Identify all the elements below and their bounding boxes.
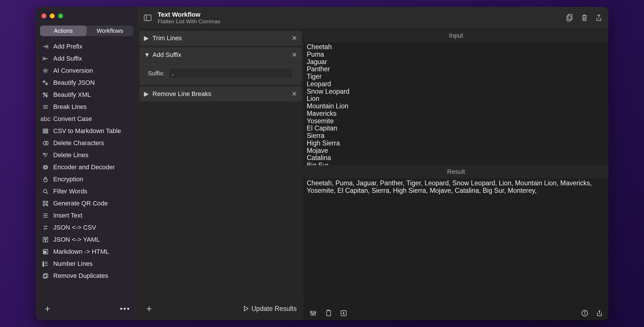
duplicate-button[interactable]: [566, 14, 573, 22]
tab-actions[interactable]: Actions: [40, 26, 87, 36]
swap-icon: [42, 224, 49, 231]
disclosure-icon: ▶: [144, 90, 149, 98]
update-results-button[interactable]: Update Results: [243, 305, 297, 313]
svg-text:Y: Y: [44, 238, 47, 242]
step-header[interactable]: ▶Trim Lines✕: [139, 31, 302, 46]
action-item-csv-to-markdown-table[interactable]: CSV to Markdown Table: [39, 125, 135, 137]
svg-text:M: M: [44, 250, 46, 254]
disclosure-icon: ▼: [144, 51, 149, 59]
action-item-delete-characters[interactable]: Delete Characters: [39, 137, 135, 149]
remove-step-button[interactable]: ✕: [291, 90, 297, 98]
sparkles-icon: [42, 79, 49, 86]
svg-point-4: [45, 70, 46, 72]
svg-rect-54: [567, 16, 571, 21]
step-header[interactable]: ▶Remove Line Breaks✕: [139, 86, 302, 101]
action-item-json-yaml[interactable]: YJSON <-> YAML: [39, 234, 135, 246]
svg-rect-29: [43, 201, 45, 203]
svg-rect-33: [47, 205, 48, 206]
backspace-icon: [42, 140, 49, 147]
info-icon[interactable]: [581, 310, 588, 317]
svg-point-62: [313, 314, 314, 315]
share-button[interactable]: [596, 14, 602, 22]
action-label: Beautify XML: [53, 91, 91, 99]
duplicate-icon: [42, 272, 49, 279]
svg-point-19: [43, 153, 44, 154]
content: ▶Trim Lines✕▼Add Suffix✕Suffix:▶Remove L…: [138, 29, 608, 320]
io-footer: [304, 306, 608, 320]
copy-icon[interactable]: [325, 310, 331, 317]
arrow-left-bar-icon: [42, 55, 49, 62]
svg-rect-21: [45, 166, 46, 168]
add-action-button[interactable]: ＋: [43, 302, 52, 315]
filter-lines-icon: [42, 152, 49, 159]
action-item-beautify-xml[interactable]: Beautify XML: [39, 89, 135, 101]
suffix-input[interactable]: [169, 68, 293, 78]
action-item-number-lines[interactable]: 123Number Lines: [39, 258, 135, 270]
lines-icon: [42, 103, 49, 110]
tab-workflows[interactable]: Workflows: [87, 26, 133, 36]
action-item-break-lines[interactable]: Break Lines: [39, 101, 135, 113]
action-label: Delete Lines: [53, 151, 88, 159]
action-item-add-suffix[interactable]: Add Suffix: [39, 53, 135, 65]
step-title: Add Suffix: [153, 51, 181, 59]
svg-rect-9: [43, 129, 48, 133]
action-label: CSV to Markdown Table: [53, 127, 121, 135]
sidebar: Actions Workflows Add PrefixAdd SuffixAI…: [36, 7, 138, 320]
action-item-ai-conversion[interactable]: AI Conversion: [39, 65, 135, 77]
delete-button[interactable]: [581, 14, 588, 22]
add-step-button[interactable]: ＋: [144, 302, 154, 315]
toggle-sidebar-button[interactable]: [144, 15, 151, 21]
action-item-markdown-html[interactable]: MMarkdown -> HTML: [39, 246, 135, 258]
action-label: Encryption: [53, 176, 83, 183]
action-item-generate-qr-code[interactable]: Generate QR Code: [39, 197, 135, 209]
export-icon[interactable]: [596, 310, 603, 317]
sparkles-off-icon: [42, 91, 49, 98]
action-item-beautify-json[interactable]: Beautify JSON: [39, 77, 135, 89]
action-item-add-prefix[interactable]: Add Prefix: [39, 41, 135, 53]
numbered-icon: 123: [42, 260, 49, 267]
input-label: Input: [304, 29, 608, 42]
result-textarea[interactable]: Cheetah, Puma, Jaguar, Panther, Tiger, L…: [304, 178, 608, 306]
action-item-delete-lines[interactable]: Delete Lines: [39, 149, 135, 161]
qr-icon: [42, 200, 49, 207]
input-textarea[interactable]: Cheetah Puma Jaguar Panther Tiger Leopar…: [304, 42, 608, 165]
action-item-encryption[interactable]: Encryption: [39, 173, 135, 185]
step-title: Trim Lines: [153, 34, 182, 42]
svg-rect-20: [44, 166, 47, 169]
action-item-convert-case[interactable]: abcConvert Case: [39, 113, 135, 125]
action-item-json-csv[interactable]: JSON <-> CSV: [39, 222, 135, 234]
action-item-filter-words[interactable]: Filter Words: [39, 185, 135, 197]
svg-point-27: [43, 189, 47, 193]
action-item-remove-duplicates[interactable]: Remove Duplicates: [39, 270, 135, 282]
svg-rect-53: [568, 14, 572, 20]
remove-step-button[interactable]: ✕: [291, 34, 297, 42]
svg-point-61: [310, 311, 312, 313]
step-remove-line-breaks: ▶Remove Line Breaks✕: [139, 86, 302, 101]
svg-point-63: [315, 312, 316, 313]
svg-rect-26: [44, 179, 47, 182]
maximize-window-button[interactable]: [58, 14, 63, 18]
actions-list: Add PrefixAdd SuffixAI ConversionBeautif…: [39, 41, 135, 299]
close-window-button[interactable]: [41, 14, 46, 18]
svg-rect-30: [46, 201, 48, 203]
update-results-label: Update Results: [251, 305, 297, 313]
result-label: Result: [304, 165, 608, 178]
more-menu-button[interactable]: •••: [120, 304, 130, 313]
import-icon[interactable]: [340, 310, 347, 317]
minimize-window-button[interactable]: [50, 14, 55, 18]
remove-step-button[interactable]: ✕: [291, 51, 297, 59]
step-title: Remove Line Breaks: [153, 90, 211, 98]
action-label: AI Conversion: [53, 67, 93, 74]
action-label: Convert Case: [53, 115, 92, 123]
action-item-encoder-and-decoder[interactable]: Encoder and Decoder: [39, 161, 135, 173]
step-body: Suffix:: [139, 62, 302, 85]
action-label: Delete Characters: [53, 139, 104, 147]
settings-icon[interactable]: [310, 310, 317, 317]
abc-icon: abc: [42, 116, 49, 122]
lock-icon: [42, 176, 49, 183]
disclosure-icon: ▶: [144, 34, 149, 42]
step-header[interactable]: ▼Add Suffix✕: [139, 47, 302, 62]
titlebar: Text Workflow Flatten List With Commas: [138, 7, 608, 29]
arrow-right-bar-icon: [42, 43, 49, 50]
action-item-insert-text[interactable]: Insert Text: [39, 209, 135, 222]
